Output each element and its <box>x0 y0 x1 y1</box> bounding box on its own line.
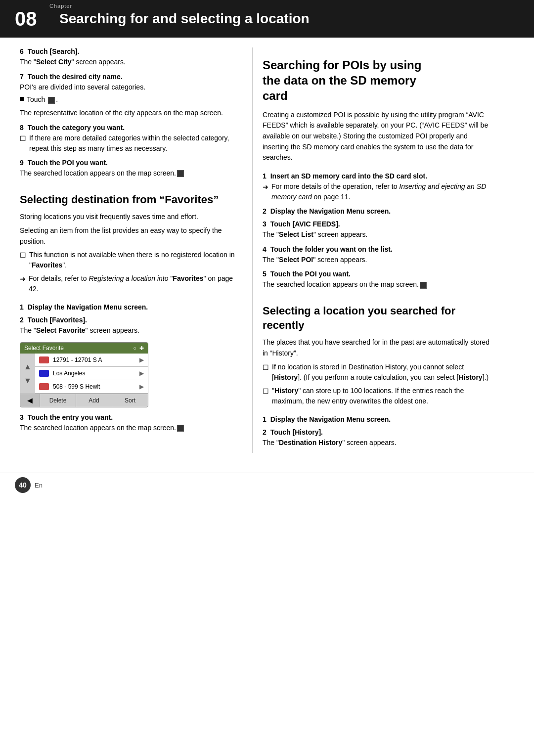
scroll-up-icon: ▲ <box>24 362 32 371</box>
poi-step-3-body: The "Select List" screen appears. <box>263 229 494 240</box>
poi-step-4-header: 4 Touch the folder you want on the list. <box>263 245 494 253</box>
history-title: Selecting a location you searched for re… <box>263 304 494 332</box>
row-arrow-3: ▶ <box>139 383 144 390</box>
row-arrow-1: ▶ <box>139 356 144 363</box>
fav-step-3-header: 3 Touch the entry you want. <box>20 413 242 421</box>
step-6-body: The "Select City" screen appears. <box>20 57 242 68</box>
page-number: 40 <box>15 477 31 493</box>
fav-step-2-header: 2 Touch [Favorites]. <box>20 316 242 324</box>
history-intro: The places that you have searched for in… <box>263 337 494 358</box>
step-9: 9 Touch the POI you want. The searched l… <box>20 159 242 179</box>
poi-step-3-header: 3 Touch [AVIC FEEDS]. <box>263 220 494 228</box>
chapter-label: Chapter <box>49 3 72 9</box>
history-section: Selecting a location you searched for re… <box>263 304 494 448</box>
favorites-intro1: Storing locations you visit frequently s… <box>20 212 242 222</box>
fav-step-3-body: The searched location appears on the map… <box>20 423 242 434</box>
arrow-icon-fav: ➜ <box>20 274 26 284</box>
step-9-header: 9 Touch the POI you want. <box>20 159 242 167</box>
add-button[interactable]: Add <box>76 394 112 407</box>
favorites-note1: ☐ This function is not available when th… <box>20 250 242 270</box>
step-7: 7 Touch the desired city name. POI's are… <box>20 73 242 119</box>
fav-step-1: 1 Display the Navigation Menu screen. <box>20 303 242 311</box>
location-icon-2 <box>39 370 49 377</box>
checkbox-icon-hist1: ☐ <box>263 362 269 373</box>
location-icon-3 <box>39 383 49 390</box>
content-area: 6 Touch [Search]. The "Select City" scre… <box>0 47 534 468</box>
checkbox-icon: ☐ <box>20 133 26 144</box>
favorites-section: Selecting destination from “Favorites” S… <box>20 193 242 434</box>
row-arrow-2: ▶ <box>139 370 144 377</box>
screenshot-titlebar: Select Favorite ○ ✚ <box>20 343 148 354</box>
fav-step-3: 3 Touch the entry you want. The searched… <box>20 413 242 434</box>
poi-step-4-body: The "Select POI" screen appears. <box>263 255 494 266</box>
step-9-body: The searched location appears on the map… <box>20 168 242 179</box>
touch-bullet: Touch . <box>20 94 242 105</box>
chapter-title: Searching for and selecting a location <box>59 10 310 27</box>
screenshot-row-1: 12791 - 12701 S A ▶ <box>35 354 148 367</box>
touch-icon <box>48 97 55 104</box>
hist-step-2-header: 2 Touch [History]. <box>263 428 494 436</box>
select-favorite-screenshot: Select Favorite ○ ✚ ▲ ▼ <box>20 342 148 407</box>
footer-lang: En <box>35 482 43 489</box>
screenshot-sidebar: ▲ ▼ <box>20 354 35 394</box>
favorites-intro2: Selecting an item from the list provides… <box>20 225 242 247</box>
square-bullet-icon <box>20 97 24 101</box>
map-icon-3 <box>420 282 427 289</box>
step-8-note: ☐ If there are more detailed categories … <box>20 133 242 154</box>
step-7-body: POI's are divided into several categorie… <box>20 82 242 119</box>
screenshot-title: Select Favorite <box>24 345 64 352</box>
screenshot-content: 12791 - 12701 S A ▶ Los Angeles ▶ 508 - … <box>35 354 148 394</box>
map-icon-2 <box>177 425 184 432</box>
hist-step-2-body: The "Destination History" screen appears… <box>263 438 494 448</box>
plus-icon: ✚ <box>139 345 144 352</box>
chapter-header: Chapter 08 Searching for and selecting a… <box>0 0 534 38</box>
step-8: 8 Touch the category you want. ☐ If ther… <box>20 124 242 154</box>
step-8-body: ☐ If there are more detailed categories … <box>20 133 242 154</box>
fav-step-2-body: The "Select Favorite" screen appears. <box>20 325 242 336</box>
arrow-icon-poi1: ➜ <box>263 182 268 192</box>
history-note-2: ☐ "History" can store up to 100 location… <box>263 386 494 406</box>
poi-step-3: 3 Touch [AVIC FEEDS]. The "Select List" … <box>263 220 494 240</box>
sort-button[interactable]: Sort <box>112 394 148 407</box>
back-button[interactable]: ◄ <box>20 394 40 407</box>
step-7-header: 7 Touch the desired city name. <box>20 73 242 81</box>
hist-step-1: 1 Display the Navigation Menu screen. <box>263 415 494 423</box>
hist-step-1-header: 1 Display the Navigation Menu screen. <box>263 415 494 423</box>
checkbox-icon-fav1: ☐ <box>20 250 26 261</box>
circle-icon: ○ <box>133 345 136 352</box>
screenshot-bottom-bar: ◄ Delete Add Sort <box>20 394 148 407</box>
poi-section-title: Searching for POIs by usingthe data on t… <box>263 57 494 104</box>
screenshot-row-2: Los Angeles ▶ <box>35 367 148 380</box>
poi-step-1-header: 1 Insert an SD memory card into the SD c… <box>263 172 494 180</box>
fav-step-1-header: 1 Display the Navigation Menu screen. <box>20 303 242 311</box>
right-column: Searching for POIs by usingthe data on t… <box>252 47 514 453</box>
poi-step-1-body: ➜ For more details of the operation, ref… <box>263 181 494 202</box>
hist-step-2: 2 Touch [History]. The "Destination Hist… <box>263 428 494 448</box>
step-8-header: 8 Touch the category you want. <box>20 124 242 132</box>
history-note-1: ☐ If no location is stored in Destinatio… <box>263 362 494 383</box>
delete-button[interactable]: Delete <box>40 394 76 407</box>
chapter-number: 08 <box>15 9 49 29</box>
step-6: 6 Touch [Search]. The "Select City" scre… <box>20 47 242 68</box>
row-3-label: 508 - 599 S Hewit <box>53 383 100 390</box>
row-1-label: 12791 - 12701 S A <box>53 356 102 363</box>
poi-intro: Creating a customized POI is possible by… <box>263 110 494 163</box>
poi-step-1-note: ➜ For more details of the operation, ref… <box>263 181 494 202</box>
poi-step-4: 4 Touch the folder you want on the list.… <box>263 245 494 266</box>
map-icon <box>177 170 184 177</box>
poi-step-1: 1 Insert an SD memory card into the SD c… <box>263 172 494 202</box>
checkbox-icon-hist2: ☐ <box>263 386 269 397</box>
poi-step-5: 5 Touch the POI you want. The searched l… <box>263 270 494 290</box>
fav-step-2: 2 Touch [Favorites]. The "Select Favorit… <box>20 316 242 336</box>
favorites-note2: ➜ For details, refer to Registering a lo… <box>20 273 242 294</box>
screenshot-row-3: 508 - 599 S Hewit ▶ <box>35 380 148 394</box>
location-icon-1 <box>39 356 49 363</box>
left-column: 6 Touch [Search]. The "Select City" scre… <box>0 47 252 453</box>
screenshot-main: ▲ ▼ 12791 - 12701 S A ▶ Los Angel <box>20 354 148 394</box>
favorites-title: Selecting destination from “Favorites” <box>20 193 242 207</box>
screenshot-titlebar-icons: ○ ✚ <box>133 345 144 352</box>
footer: 40 En <box>0 473 534 497</box>
step-6-header: 6 Touch [Search]. <box>20 47 242 55</box>
poi-step-2-header: 2 Display the Navigation Menu screen. <box>263 207 494 215</box>
poi-step-2: 2 Display the Navigation Menu screen. <box>263 207 494 215</box>
